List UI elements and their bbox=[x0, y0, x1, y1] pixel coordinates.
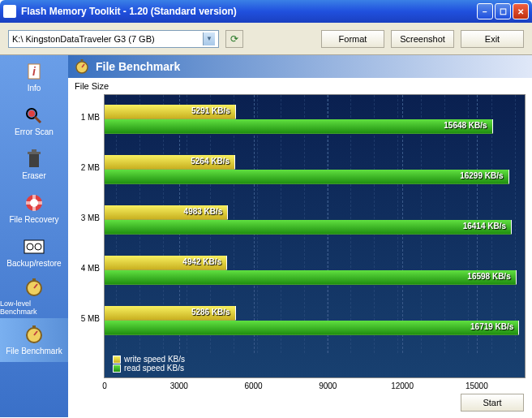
trash-icon bbox=[23, 149, 45, 169]
sidebar-item-label: Eraser bbox=[22, 171, 45, 180]
drive-value: K:\ KingstonDataTraveler G3 (7 GB) bbox=[12, 34, 155, 44]
sidebar-item-info[interactable]: i Info bbox=[0, 55, 68, 99]
legend-read-swatch bbox=[113, 364, 121, 373]
toolbar: K:\ KingstonDataTraveler G3 (7 GB) ▼ ⟳ F… bbox=[0, 23, 532, 55]
magnifier-icon bbox=[23, 106, 45, 125]
y-tick-label: 3 MB bbox=[75, 213, 100, 222]
read-bar: 15648 KB/s bbox=[105, 119, 493, 134]
write-bar-label: 5264 KB/s bbox=[191, 157, 230, 166]
read-bar-label: 16299 KB/s bbox=[460, 171, 503, 180]
write-bar: 5291 KB/s bbox=[105, 105, 236, 119]
stopwatch-icon bbox=[75, 59, 89, 74]
svg-rect-7 bbox=[32, 149, 36, 152]
legend-write-swatch bbox=[113, 356, 121, 364]
sidebar-item-label: Error Scan bbox=[15, 127, 54, 136]
write-bar: 4983 KB/s bbox=[105, 205, 228, 220]
stopwatch-icon bbox=[23, 325, 45, 344]
maximize-button[interactable]: ☐ bbox=[495, 3, 511, 19]
x-tick-label: 6000 bbox=[244, 381, 262, 390]
write-bar-label: 4942 KB/s bbox=[182, 257, 221, 266]
read-bar: 16414 KB/s bbox=[105, 220, 512, 235]
read-bar-label: 16598 KB/s bbox=[467, 272, 510, 281]
write-bar: 5264 KB/s bbox=[105, 155, 235, 170]
info-icon: i bbox=[23, 62, 45, 81]
sidebar-item-file-benchmark[interactable]: File Benchmark bbox=[0, 318, 68, 362]
write-bar-label: 5291 KB/s bbox=[191, 106, 230, 115]
tape-icon bbox=[23, 237, 45, 256]
panel-footer: Start bbox=[68, 388, 532, 417]
y-tick-label: 1 MB bbox=[75, 113, 100, 122]
svg-rect-12 bbox=[24, 240, 44, 253]
start-button[interactable]: Start bbox=[461, 394, 524, 412]
svg-rect-11 bbox=[26, 201, 42, 205]
window-title: Flash Memory Toolkit - 1.20 (Standard ve… bbox=[21, 6, 477, 17]
sidebar-item-label: Low-level Benchmark bbox=[0, 299, 68, 316]
read-bar: 16719 KB/s bbox=[105, 321, 519, 335]
dropdown-arrow-icon: ▼ bbox=[203, 32, 215, 45]
svg-rect-23 bbox=[81, 59, 84, 61]
minimize-button[interactable]: − bbox=[477, 3, 493, 19]
read-bar-label: 16414 KB/s bbox=[463, 222, 506, 231]
svg-rect-6 bbox=[28, 152, 41, 154]
read-bar: 16299 KB/s bbox=[105, 170, 509, 184]
drive-select[interactable]: K:\ KingstonDataTraveler G3 (7 GB) ▼ bbox=[8, 30, 219, 48]
y-tick-label: 4 MB bbox=[75, 264, 100, 273]
sidebar-item-error-scan[interactable]: Error Scan bbox=[0, 99, 68, 143]
svg-rect-20 bbox=[32, 325, 36, 328]
chart-plot: write speed KB/s read speed KB/s 0300060… bbox=[104, 94, 526, 378]
sidebar-item-file-recovery[interactable]: File Recovery bbox=[0, 187, 68, 231]
lifesaver-icon bbox=[23, 193, 45, 213]
refresh-button[interactable]: ⟳ bbox=[225, 30, 243, 48]
sidebar-item-low-level-benchmark[interactable]: Low-level Benchmark bbox=[0, 274, 68, 318]
read-bar-label: 15648 KB/s bbox=[444, 121, 487, 130]
svg-point-3 bbox=[28, 110, 35, 117]
app-icon bbox=[3, 5, 16, 18]
panel-title: File Benchmark bbox=[96, 60, 180, 73]
y-tick-label: 2 MB bbox=[75, 163, 100, 172]
titlebar: Flash Memory Toolkit - 1.20 (Standard ve… bbox=[0, 0, 532, 23]
sidebar: i Info Error Scan Eraser File Recovery B… bbox=[0, 55, 68, 417]
sidebar-item-backup-restore[interactable]: Backup/restore bbox=[0, 231, 68, 274]
content-panel: File Benchmark File Size write speed KB/… bbox=[68, 55, 532, 417]
x-tick-label: 12000 bbox=[391, 381, 414, 390]
read-bar-label: 16719 KB/s bbox=[470, 322, 513, 331]
screenshot-button[interactable]: Screenshot bbox=[391, 30, 454, 48]
svg-rect-5 bbox=[29, 154, 39, 167]
sidebar-item-label: Backup/restore bbox=[6, 259, 61, 268]
sidebar-item-eraser[interactable]: Eraser bbox=[0, 143, 68, 187]
read-bar: 16598 KB/s bbox=[105, 270, 517, 285]
svg-rect-17 bbox=[32, 278, 36, 281]
legend-read-label: read speed KB/s bbox=[124, 364, 184, 373]
x-tick-label: 3000 bbox=[170, 381, 188, 390]
chart-legend: write speed KB/s read speed KB/s bbox=[113, 355, 185, 373]
write-bar: 5286 KB/s bbox=[105, 306, 236, 321]
y-tick-label: 5 MB bbox=[75, 314, 100, 323]
svg-line-4 bbox=[35, 117, 41, 123]
stopwatch-icon bbox=[23, 278, 45, 297]
chart-subtitle: File Size bbox=[75, 81, 526, 91]
chart-area: File Size write speed KB/s read speed KB… bbox=[68, 78, 532, 388]
x-tick-label: 9000 bbox=[319, 381, 337, 390]
sidebar-item-label: File Recovery bbox=[9, 215, 58, 224]
close-button[interactable]: ✕ bbox=[513, 3, 529, 19]
legend-write-label: write speed KB/s bbox=[124, 355, 185, 364]
write-bar-label: 4983 KB/s bbox=[184, 207, 223, 216]
panel-header: File Benchmark bbox=[68, 55, 532, 78]
exit-button[interactable]: Exit bbox=[461, 30, 524, 48]
sidebar-item-label: Info bbox=[28, 84, 41, 93]
sidebar-item-label: File Benchmark bbox=[6, 347, 62, 356]
write-bar: 4942 KB/s bbox=[105, 256, 227, 270]
format-button[interactable]: Format bbox=[321, 30, 384, 48]
x-tick-label: 0 bbox=[102, 381, 107, 390]
refresh-icon: ⟳ bbox=[230, 33, 238, 45]
write-bar-label: 5286 KB/s bbox=[191, 308, 230, 317]
x-tick-label: 15000 bbox=[466, 381, 488, 390]
